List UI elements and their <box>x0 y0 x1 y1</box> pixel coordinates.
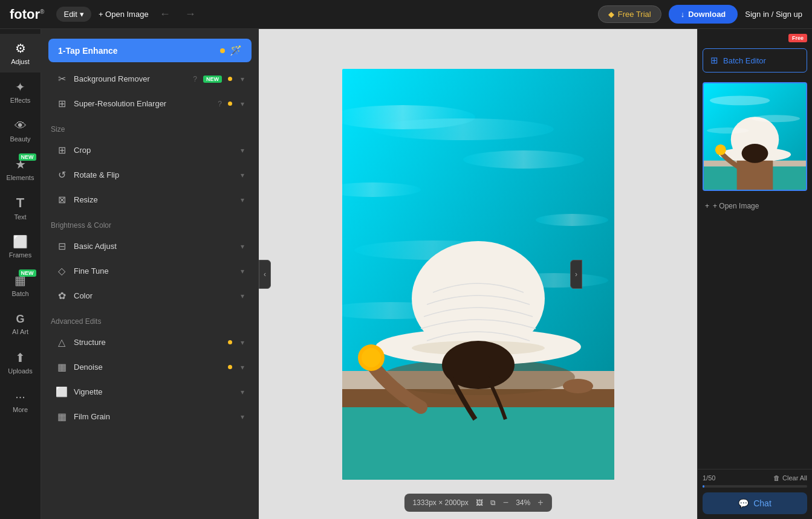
chevron-icon: ▾ <box>241 267 244 276</box>
chevron-icon: ▾ <box>241 338 244 347</box>
svg-point-24 <box>563 379 593 393</box>
chevron-icon: ▾ <box>241 75 244 83</box>
image-thumbnail <box>703 82 807 191</box>
super-res-icon: ⊞ <box>56 98 68 109</box>
text-icon: T <box>16 195 24 211</box>
open-image-button[interactable]: + Open Image <box>99 10 149 19</box>
vignette-icon: ⬜ <box>56 386 68 398</box>
redo-button[interactable]: → <box>181 5 200 23</box>
collapse-right-panel-button[interactable]: › <box>570 260 582 289</box>
ai-art-icon: G <box>16 313 24 326</box>
fine-tune-icon: ◇ <box>56 265 68 277</box>
clear-all-button[interactable]: 🗑 Clear All <box>773 474 807 482</box>
sidebar-item-more[interactable]: ··· More <box>0 382 41 421</box>
image-info-bar: 1333px × 2000px 🖼 ⧉ − 34% + <box>404 494 551 512</box>
tool-film-grain[interactable]: ▦ Film Grain ▾ <box>46 405 254 428</box>
progress-bar <box>703 485 807 488</box>
enhance-dot <box>220 48 225 53</box>
film-grain-icon: ▦ <box>56 411 68 422</box>
download-button[interactable]: ↓ Download <box>669 5 738 24</box>
tool-dot <box>228 102 232 106</box>
beauty-icon: 👁 <box>15 119 27 133</box>
svg-rect-30 <box>737 161 773 190</box>
chat-button[interactable]: 💬 Chat <box>703 492 807 514</box>
tool-structure[interactable]: △ Structure ▾ <box>46 330 254 354</box>
bg-remover-icon: ✂ <box>56 73 68 85</box>
batch-editor-button[interactable]: ⊞ Batch Editor <box>703 48 807 73</box>
sidebar-item-text[interactable]: T Text <box>0 189 41 227</box>
free-badge: Free <box>788 34 807 42</box>
image-size-text: 1333px × 2000px <box>412 498 468 507</box>
undo-button[interactable]: ← <box>156 5 174 23</box>
chevron-icon: ▾ <box>241 100 244 108</box>
batch-editor-icon: ⊞ <box>710 55 718 66</box>
canvas-area: ‹ <box>259 29 697 519</box>
tool-crop[interactable]: ⊞ Crop ▾ <box>46 138 254 162</box>
trash-icon: 🗑 <box>773 474 780 482</box>
chevron-icon: ▾ <box>241 292 244 300</box>
denoise-icon: ▦ <box>56 361 68 373</box>
basic-adjust-icon: ⊟ <box>56 240 68 252</box>
sidebar-item-ai-art[interactable]: G AI Art <box>0 305 41 343</box>
adjust-icon: ⚙ <box>15 41 26 56</box>
frames-icon: ⬜ <box>13 234 28 249</box>
chevron-icon: ▾ <box>241 146 244 155</box>
sidebar-item-beauty[interactable]: 👁 Beauty <box>0 111 41 150</box>
tool-dot <box>228 340 232 344</box>
thumbnail-svg <box>704 83 806 190</box>
top-navigation: fotor® Edit ▾ + Open Image ← → ◆ Free Tr… <box>0 0 812 29</box>
svg-point-14 <box>412 241 545 356</box>
collapse-left-panel-button[interactable]: ‹ <box>259 260 271 289</box>
tool-fine-tune[interactable]: ◇ Fine Tune ▾ <box>46 259 254 283</box>
app-logo: fotor® <box>10 7 44 22</box>
svg-point-34 <box>752 115 801 122</box>
section-advanced-header: Advanced Edits <box>41 309 259 329</box>
tool-denoise[interactable]: ▦ Denoise ▾ <box>46 355 254 379</box>
zoom-out-button[interactable]: − <box>503 497 508 508</box>
sidebar-item-batch[interactable]: NEW ▦ Batch <box>0 266 41 305</box>
uploads-icon: ⬆ <box>15 350 25 365</box>
tool-basic-adjust[interactable]: ⊟ Basic Adjust ▾ <box>46 234 254 258</box>
new-badge-batch: NEW <box>19 269 36 277</box>
sidebar-icons: ⚙ Adjust ✦ Effects 👁 Beauty NEW ★ Elemen… <box>0 29 41 519</box>
edit-button[interactable]: Edit ▾ <box>56 7 91 22</box>
sidebar-item-uploads[interactable]: ⬆ Uploads <box>0 343 41 382</box>
crop-icon: ⊞ <box>56 144 68 156</box>
signin-button[interactable]: Sign in / Sign up <box>745 10 802 19</box>
free-trial-button[interactable]: ◆ Free Trial <box>598 5 661 23</box>
tool-color[interactable]: ✿ Color ▾ <box>46 284 254 308</box>
help-icon: ? <box>218 100 222 108</box>
chevron-icon: ▾ <box>241 196 244 204</box>
chat-icon: 💬 <box>738 498 749 508</box>
section-brightness-header: Brightness & Color <box>41 213 259 233</box>
rotate-icon: ↺ <box>56 169 68 181</box>
help-icon: ? <box>193 75 197 83</box>
new-badge: NEW <box>19 153 36 161</box>
tool-vignette[interactable]: ⬜ Vignette ▾ <box>46 380 254 404</box>
zoom-level: 34% <box>516 498 530 507</box>
open-image-right-button[interactable]: + + Open Image <box>698 196 812 216</box>
tool-dot <box>228 77 232 81</box>
tool-background-remover[interactable]: ✂ Background Remover ? NEW ▾ <box>46 67 254 91</box>
left-panel: 1-Tap Enhance 🪄 ✂ Background Remover ? N… <box>41 29 259 519</box>
diamond-icon: ◆ <box>608 10 614 19</box>
zoom-in-button[interactable]: + <box>538 497 543 508</box>
tool-dot <box>228 365 232 369</box>
tool-rotate-flip[interactable]: ↺ Rotate & Flip ▾ <box>46 163 254 187</box>
sidebar-item-elements[interactable]: NEW ★ Elements <box>0 150 41 189</box>
svg-point-5 <box>536 214 608 226</box>
copy-icon: ⧉ <box>490 498 496 507</box>
svg-point-3 <box>463 150 584 169</box>
chevron-icon: ▾ <box>241 388 244 396</box>
tool-super-resolution[interactable]: ⊞ Super-Resolution Enlarger ? ▾ <box>46 92 254 115</box>
tool-resize[interactable]: ⊠ Resize ▾ <box>46 188 254 211</box>
sidebar-item-effects[interactable]: ✦ Effects <box>0 73 41 111</box>
image-icon: 🖼 <box>476 498 483 507</box>
right-panel-footer: 1/50 🗑 Clear All 💬 Chat <box>698 469 812 519</box>
section-size-header: Size <box>41 117 259 137</box>
sidebar-item-adjust[interactable]: ⚙ Adjust <box>0 34 41 73</box>
chevron-icon: ▾ <box>241 413 244 421</box>
one-tap-enhance-button[interactable]: 1-Tap Enhance 🪄 <box>48 39 252 62</box>
sidebar-item-frames[interactable]: ⬜ Frames <box>0 227 41 266</box>
new-badge: NEW <box>203 76 222 83</box>
